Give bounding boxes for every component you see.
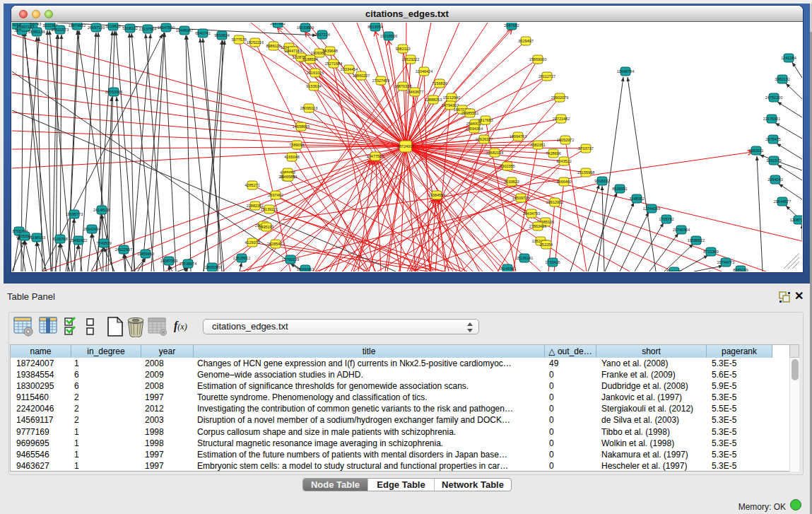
svg-text:29902079: 29902079 [551, 95, 568, 100]
svg-text:11459463: 11459463 [137, 252, 154, 256]
svg-text:16149361: 16149361 [499, 267, 516, 271]
svg-text:14658665: 14658665 [293, 124, 310, 129]
svg-text:3033823: 3033823 [504, 180, 519, 184]
svg-text:27863426: 27863426 [529, 224, 546, 228]
svg-text:25434793: 25434793 [523, 211, 540, 216]
svg-text:10648784: 10648784 [617, 69, 634, 74]
svg-text:18874652: 18874652 [69, 23, 86, 28]
svg-text:4302355: 4302355 [500, 164, 514, 168]
svg-text:29721482: 29721482 [553, 117, 570, 121]
svg-text:1733426: 1733426 [545, 260, 560, 264]
svg-text:10346424: 10346424 [416, 69, 433, 74]
svg-text:7357224: 7357224 [314, 33, 329, 37]
svg-text:15136141: 15136141 [516, 256, 533, 260]
svg-text:8389269: 8389269 [733, 268, 748, 271]
svg-text:9153634: 9153634 [306, 84, 321, 88]
svg-text:15869000: 15869000 [529, 57, 546, 62]
svg-text:17307133: 17307133 [17, 25, 34, 29]
svg-text:9343522: 9343522 [556, 159, 571, 163]
svg-text:24148116: 24148116 [93, 208, 110, 212]
svg-text:15463677: 15463677 [406, 90, 423, 94]
svg-text:7382351: 7382351 [530, 143, 545, 147]
svg-text:20161026: 20161026 [307, 71, 324, 75]
svg-text:3529497: 3529497 [518, 39, 533, 43]
svg-text:7389096: 7389096 [289, 143, 304, 147]
svg-text:12087340: 12087340 [790, 218, 802, 222]
svg-text:26697139: 26697139 [88, 25, 105, 30]
svg-text:14387959: 14387959 [160, 259, 177, 263]
svg-text:16870338: 16870338 [394, 84, 411, 88]
svg-text:24751200: 24751200 [765, 95, 782, 100]
svg-text:8986110: 8986110 [266, 44, 281, 48]
svg-text:5308102: 5308102 [122, 26, 137, 30]
svg-text:2087682: 2087682 [270, 23, 285, 25]
svg-text:16523222: 16523222 [402, 57, 419, 62]
svg-text:26285462: 26285462 [267, 242, 284, 246]
svg-text:28381196: 28381196 [28, 30, 45, 34]
svg-text:5060227: 5060227 [666, 269, 681, 271]
svg-text:28112727: 28112727 [539, 74, 555, 78]
svg-text:16860207: 16860207 [353, 74, 370, 78]
svg-text:8539591: 8539591 [612, 187, 627, 191]
svg-text:13529912: 13529912 [233, 256, 250, 260]
svg-text:8813054: 8813054 [367, 25, 382, 29]
svg-text:8682011: 8682011 [748, 148, 763, 153]
svg-text:4285271: 4285271 [245, 183, 259, 187]
svg-text:23447169: 23447169 [285, 49, 302, 53]
svg-text:8721369: 8721369 [703, 250, 718, 254]
svg-text:15155998: 15155998 [577, 170, 594, 175]
svg-text:18994763: 18994763 [510, 134, 526, 139]
svg-text:2697462: 2697462 [268, 193, 283, 197]
svg-text:16033809: 16033809 [297, 25, 314, 30]
svg-text:8106768: 8106768 [52, 237, 67, 241]
svg-text:252254: 252254 [540, 243, 553, 247]
svg-text:2087682: 2087682 [504, 23, 519, 28]
svg-text:16052972: 16052972 [557, 138, 574, 142]
svg-text:14509728: 14509728 [512, 196, 529, 200]
svg-text:19586522: 19586522 [688, 238, 705, 243]
svg-text:29477503: 29477503 [367, 154, 384, 158]
svg-text:20053346: 20053346 [105, 90, 122, 94]
svg-text:12888253: 12888253 [425, 98, 442, 102]
svg-text:26342494: 26342494 [83, 227, 100, 231]
svg-text:24922597: 24922597 [115, 247, 132, 252]
svg-text:1705792: 1705792 [659, 217, 673, 221]
svg-text:8188594: 8188594 [302, 57, 317, 62]
svg-text:26521573: 26521573 [52, 28, 69, 32]
svg-text:23594364: 23594364 [466, 127, 483, 131]
svg-text:29844577: 29844577 [774, 199, 791, 204]
svg-text:22806289: 22806289 [204, 265, 220, 269]
svg-text:18366963: 18366963 [297, 267, 314, 271]
svg-text:19384554: 19384554 [428, 193, 445, 197]
svg-text:22682194: 22682194 [486, 151, 503, 155]
svg-text:18252216: 18252216 [247, 40, 264, 45]
svg-text:20740364: 20740364 [673, 228, 690, 232]
svg-text:1495191: 1495191 [259, 225, 273, 229]
svg-text:3377578: 3377578 [231, 37, 246, 42]
svg-text:3261579: 3261579 [766, 158, 781, 163]
svg-text:23137564: 23137564 [139, 27, 156, 31]
svg-text:19095773: 19095773 [66, 212, 83, 216]
svg-text:19465853: 19465853 [280, 175, 297, 179]
svg-text:3382132: 3382132 [775, 77, 789, 81]
svg-text:2817683: 2817683 [478, 118, 493, 122]
svg-text:7749509: 7749509 [96, 241, 111, 245]
svg-text:25492422: 25492422 [70, 238, 87, 243]
svg-text:9318332: 9318332 [594, 179, 609, 183]
svg-text:20334454: 20334454 [341, 67, 358, 71]
svg-text:20744773: 20744773 [717, 260, 734, 264]
svg-text:16947830: 16947830 [158, 25, 175, 30]
svg-text:7156836: 7156836 [432, 81, 447, 86]
svg-text:15212940: 15212940 [443, 95, 460, 100]
svg-text:3148352: 3148352 [629, 197, 644, 201]
svg-text:4129379: 4129379 [245, 240, 259, 245]
svg-text:1241284: 1241284 [781, 56, 796, 60]
svg-text:27327459: 27327459 [372, 78, 389, 83]
svg-text:22926327: 22926327 [476, 137, 493, 141]
svg-text:2975475: 2975475 [765, 137, 780, 141]
svg-text:9382113: 9382113 [395, 47, 410, 51]
svg-text:12344269: 12344269 [643, 206, 660, 211]
svg-text:5703737: 5703737 [578, 146, 593, 151]
svg-text:19218506: 19218506 [380, 34, 397, 38]
svg-text:9893824: 9893824 [214, 33, 229, 37]
